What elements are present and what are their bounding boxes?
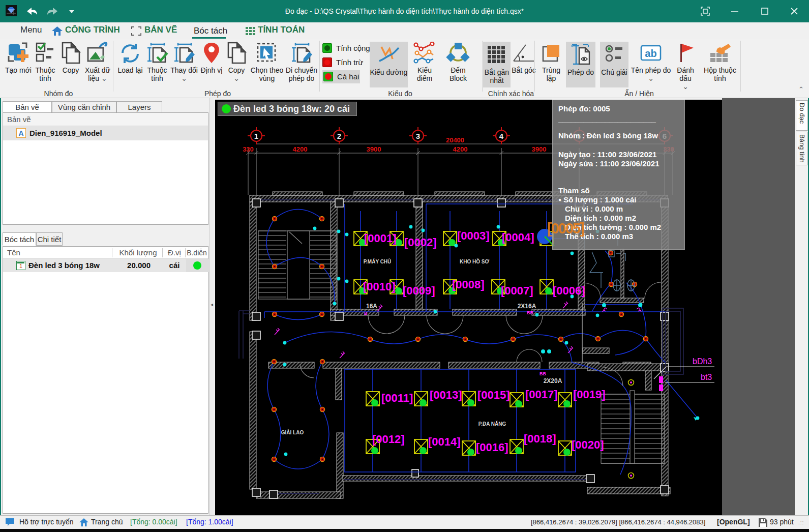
svg-text:2X20A: 2X20A (544, 377, 562, 385)
svg-text:BB: BB (527, 310, 533, 315)
svg-text:[0002]: [0002] (404, 236, 437, 249)
svg-text:[0012]: [0012] (372, 433, 405, 446)
svg-text:3900: 3900 (367, 145, 381, 153)
svg-text:[0017]: [0017] (525, 388, 558, 401)
svg-text:[0020]: [0020] (572, 438, 604, 451)
svg-text:[0013]: [0013] (430, 389, 462, 401)
svg-text:[0004]: [0004] (502, 231, 534, 244)
svg-text:[0006]: [0006] (553, 284, 585, 297)
svg-text:B: B (364, 311, 368, 316)
svg-text:[0009]: [0009] (403, 284, 435, 297)
svg-text:P.ĐA NĂNG: P.ĐA NĂNG (478, 421, 506, 427)
svg-text:[0003]: [0003] (457, 229, 490, 242)
svg-text:bt3: bt3 (701, 373, 712, 381)
svg-text:ab: ab (645, 48, 656, 59)
svg-text:3: 3 (416, 132, 420, 140)
svg-text:20400: 20400 (446, 136, 464, 144)
svg-text:KHO HỒ SƠ: KHO HỒ SƠ (460, 258, 489, 264)
svg-text:16A: 16A (366, 303, 377, 310)
svg-text:[0014]: [0014] (428, 435, 461, 448)
svg-text:A: A (18, 129, 23, 137)
svg-text:GIẢI LAO: GIẢI LAO (281, 429, 304, 435)
svg-text:1: 1 (254, 132, 258, 140)
svg-text:3900: 3900 (532, 145, 547, 153)
svg-text:4200: 4200 (293, 145, 308, 153)
svg-text:[0001]: [0001] (364, 232, 397, 245)
svg-text:2X16A: 2X16A (518, 303, 536, 310)
svg-text:[0011]: [0011] (381, 392, 413, 404)
svg-text:[0015]: [0015] (477, 389, 510, 401)
svg-text:P.MÁY CHỦ: P.MÁY CHỦ (364, 258, 392, 264)
svg-text:[0016]: [0016] (476, 441, 508, 454)
svg-text:330: 330 (243, 145, 254, 153)
svg-text:bDh3: bDh3 (693, 357, 712, 366)
svg-text:[0019]: [0019] (573, 388, 606, 401)
svg-text:2: 2 (337, 132, 341, 140)
svg-text:[0010]: [0010] (363, 280, 396, 293)
svg-text:4200: 4200 (453, 145, 468, 153)
svg-text:[0008]: [0008] (452, 278, 485, 291)
svg-text:[0018]: [0018] (524, 432, 556, 445)
svg-text:BB: BB (540, 371, 546, 376)
svg-text:1: 1 (19, 263, 22, 269)
svg-text:[0007]: [0007] (501, 284, 533, 297)
svg-text:4: 4 (499, 132, 504, 140)
